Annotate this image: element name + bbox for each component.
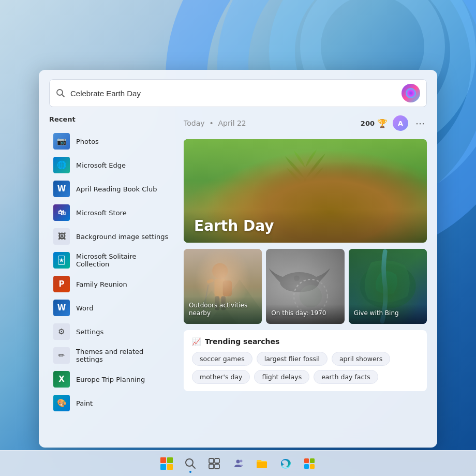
card-onthisday-label: On this day: 1970 xyxy=(266,304,344,324)
recent-item-icon-settings: ⚙ xyxy=(53,323,70,340)
recent-item-april-book[interactable]: W April Reading Book Club xyxy=(49,177,173,201)
recent-item-icon-solitaire: 🃏 xyxy=(53,252,70,269)
svg-point-31 xyxy=(236,459,240,463)
recent-item-icon-bgimage: 🖼 xyxy=(53,228,70,245)
points-value: 200 xyxy=(361,120,375,127)
taskbar-fileexplorer-button[interactable] xyxy=(251,453,273,474)
taskbar-taskview-button[interactable] xyxy=(203,453,225,474)
svg-point-20 xyxy=(294,275,300,281)
svg-point-2 xyxy=(406,88,416,98)
svg-line-26 xyxy=(192,465,195,468)
bing-logo xyxy=(401,84,420,102)
recent-item-bgimage[interactable]: 🖼 Background image settings xyxy=(49,225,173,248)
recent-item-icon-april-book: W xyxy=(53,181,70,197)
svg-rect-28 xyxy=(215,458,219,463)
svg-point-19 xyxy=(280,272,319,292)
recent-item-label-themes: Themes and related settings xyxy=(76,348,169,363)
svg-rect-35 xyxy=(304,464,309,469)
recent-item-settings[interactable]: ⚙ Settings xyxy=(49,320,173,344)
recent-item-edge[interactable]: 🌐 Microsoft Edge xyxy=(49,153,173,177)
card-give-with-bing[interactable]: Give with Bing xyxy=(349,249,427,324)
taskbar-search-icon xyxy=(184,457,197,470)
recent-item-icon-themes: ✏ xyxy=(53,347,70,364)
taskbar-search-button[interactable] xyxy=(180,453,201,474)
sidebar-title: Recent xyxy=(49,113,173,125)
recent-item-photos[interactable]: 📷 Photos xyxy=(49,129,173,153)
user-avatar[interactable]: A xyxy=(393,115,408,131)
taskbar-start-button[interactable] xyxy=(156,453,177,474)
recent-item-store[interactable]: 🛍 Microsoft Store xyxy=(49,201,173,225)
trending-tag-3[interactable]: mother's day xyxy=(192,370,250,384)
search-icon xyxy=(56,88,65,98)
svg-rect-34 xyxy=(310,458,315,463)
recent-item-themes[interactable]: ✏ Themes and related settings xyxy=(49,344,173,367)
hero-card-overlay: Earth Day xyxy=(184,209,427,243)
search-input-wrapper[interactable] xyxy=(49,79,427,107)
trending-title: Trending searches xyxy=(205,337,279,346)
trending-header: 📈 Trending searches xyxy=(192,337,419,346)
search-badges xyxy=(401,84,420,102)
recent-item-label-bgimage: Background image settings xyxy=(76,233,168,241)
trending-icon: 📈 xyxy=(192,337,201,346)
card-outdoors-activities[interactable]: Outdoors activities nearby xyxy=(184,249,262,324)
fileexplorer-icon xyxy=(256,458,268,469)
trending-tag-4[interactable]: flight delays xyxy=(254,370,309,384)
recent-item-solitaire[interactable]: 🃏 Microsoft Solitaire Collection xyxy=(49,248,173,272)
small-cards-grid: Outdoors activities nearby xyxy=(184,249,427,324)
svg-rect-36 xyxy=(310,464,315,469)
recent-item-label-april-book: April Reading Book Club xyxy=(76,185,157,193)
trending-tag-5[interactable]: earth day facts xyxy=(314,370,378,384)
taskbar xyxy=(0,450,476,476)
recent-item-icon-edge: 🌐 xyxy=(53,157,70,173)
card-outdoors-label: Outdoors activities nearby xyxy=(184,296,262,324)
svg-rect-10 xyxy=(214,279,226,299)
panel-date: Today • April 22 xyxy=(184,119,246,127)
card-givewithbing-label: Give with Bing xyxy=(349,304,427,324)
recent-item-family[interactable]: P Family Reunion xyxy=(49,272,173,296)
trending-tag-1[interactable]: largest flier fossil xyxy=(257,352,328,366)
main-content: Recent 📷 Photos 🌐 Microsoft Edge W April… xyxy=(39,113,437,448)
trending-tag-2[interactable]: april showers xyxy=(332,352,390,366)
recent-item-icon-europe-trip: X xyxy=(53,371,70,388)
svg-point-24 xyxy=(360,264,415,308)
recent-item-icon-paint: 🎨 xyxy=(53,395,70,411)
recent-item-icon-family: P xyxy=(53,276,70,292)
edge-icon xyxy=(279,457,292,470)
trending-section: 📈 Trending searches soccer gameslargest … xyxy=(184,330,427,391)
recent-item-label-europe-trip: Europe Trip Planning xyxy=(76,376,145,383)
taskbar-teams-button[interactable] xyxy=(227,453,249,474)
svg-point-9 xyxy=(212,263,228,279)
recent-item-icon-store: 🛍 xyxy=(53,204,70,221)
trending-tag-0[interactable]: soccer games xyxy=(192,352,252,366)
teams-icon xyxy=(232,457,244,470)
hero-card-earthday[interactable]: Earth Day xyxy=(184,139,427,243)
recent-item-europe-trip[interactable]: X Europe Trip Planning xyxy=(49,367,173,391)
taskbar-store-button[interactable] xyxy=(299,453,320,474)
more-options-button[interactable]: ⋯ xyxy=(413,117,427,130)
store-icon xyxy=(303,457,316,470)
recent-items-list: 📷 Photos 🌐 Microsoft Edge W April Readin… xyxy=(49,129,173,415)
windows-logo xyxy=(160,457,173,470)
taskbar-edge-button[interactable] xyxy=(275,453,296,474)
svg-rect-33 xyxy=(304,458,309,463)
panel-header: Today • April 22 200 🏆 A ⋯ xyxy=(184,113,427,133)
right-panel: Today • April 22 200 🏆 A ⋯ xyxy=(184,113,427,437)
recent-item-label-family: Family Reunion xyxy=(76,280,127,288)
svg-rect-29 xyxy=(209,464,214,469)
search-popup: Recent 📷 Photos 🌐 Microsoft Edge W April… xyxy=(39,70,437,448)
panel-header-right: 200 🏆 A ⋯ xyxy=(361,115,427,131)
svg-rect-14 xyxy=(206,278,214,284)
svg-rect-27 xyxy=(209,458,214,463)
search-bar-container xyxy=(39,70,437,113)
recent-item-icon-photos: 📷 xyxy=(53,133,70,150)
svg-point-32 xyxy=(240,459,243,462)
recent-item-label-edge: Microsoft Edge xyxy=(76,161,126,169)
recent-item-word[interactable]: W Word xyxy=(49,296,173,320)
recent-item-label-settings: Settings xyxy=(76,328,103,336)
recent-item-label-store: Microsoft Store xyxy=(76,209,127,217)
recent-item-label-word: Word xyxy=(76,304,93,312)
recent-item-paint[interactable]: 🎨 Paint xyxy=(49,391,173,415)
search-input[interactable] xyxy=(70,89,396,98)
card-on-this-day[interactable]: On this day: 1970 xyxy=(266,249,344,324)
recent-item-label-photos: Photos xyxy=(76,138,99,145)
